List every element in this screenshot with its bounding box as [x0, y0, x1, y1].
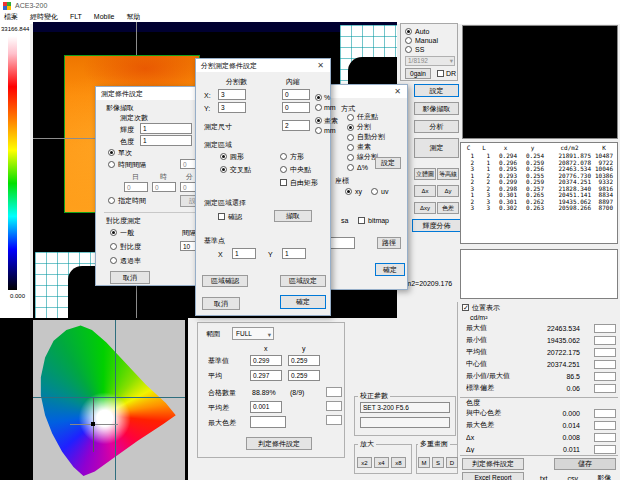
color-diff-button[interactable]: 色差: [437, 202, 459, 214]
square-radio[interactable]: [280, 153, 287, 160]
luminance-count-field[interactable]: 1: [140, 123, 192, 134]
method-radio[interactable]: [347, 154, 354, 161]
position-display-checkbox[interactable]: [462, 304, 469, 311]
dr-checkbox[interactable]: [437, 70, 444, 77]
analyze-button[interactable]: 分析: [414, 120, 459, 133]
judge-condition-button-2[interactable]: 判定條件設定: [246, 437, 312, 450]
transmit-radio[interactable]: [110, 257, 117, 264]
grab-button[interactable]: 擷取: [274, 210, 312, 222]
confirm-checkbox[interactable]: [218, 213, 225, 220]
menu-mobile[interactable]: Mobile: [94, 13, 115, 20]
interval-radio[interactable]: [108, 161, 115, 168]
manual-radio[interactable]: [405, 37, 412, 44]
method-option[interactable]: 任意點: [347, 112, 407, 122]
free-rect-checkbox[interactable]: [280, 179, 287, 186]
method-option[interactable]: 自動分割: [347, 132, 407, 142]
y-inset-field[interactable]: 0: [282, 102, 310, 113]
method-radio[interactable]: [347, 134, 354, 141]
method-radio[interactable]: [347, 124, 354, 131]
settings-button[interactable]: 設定: [414, 84, 459, 97]
menu-help[interactable]: 幫助: [126, 12, 140, 22]
day-field[interactable]: 0: [124, 182, 148, 192]
file-check[interactable]: 影像檔: [587, 473, 612, 480]
judge-condition-button[interactable]: 判定條件設定: [462, 458, 524, 470]
multi-d-button[interactable]: D: [446, 457, 458, 468]
file-check[interactable]: csv檔: [557, 473, 579, 480]
auto-radio[interactable]: [405, 28, 412, 35]
delta-x-button[interactable]: Δx: [414, 185, 436, 197]
circle-radio[interactable]: [220, 153, 227, 160]
luminance-distribution-button[interactable]: 輝度分佈: [412, 219, 461, 232]
table-row[interactable]: 3 3 0.302 0.263 20598.266 8700: [461, 205, 617, 212]
contour-button[interactable]: 等高線: [437, 168, 459, 180]
ref-x-field[interactable]: 1: [232, 248, 256, 259]
measure-button[interactable]: 測定: [414, 138, 459, 158]
multi-m-button[interactable]: M: [418, 457, 430, 468]
shutter-dropdown[interactable]: 1/8192 ▾: [405, 56, 455, 66]
method-option[interactable]: 畫素: [347, 142, 407, 152]
contrast-radio[interactable]: [110, 243, 117, 250]
table-header-cell: y: [519, 143, 546, 153]
mm2-radio[interactable]: [315, 127, 322, 134]
file-check[interactable]: txt檔: [530, 473, 549, 480]
method-radio[interactable]: [347, 114, 354, 121]
dialog-title-bar[interactable]: 分割測定條件設定: [196, 59, 330, 72]
xy-radio[interactable]: [345, 188, 352, 195]
excel-report-button[interactable]: Excel Report: [462, 472, 524, 480]
ref-y-field[interactable]: 1: [282, 248, 306, 259]
ok-button[interactable]: 確定: [280, 295, 326, 309]
delta-xy-button[interactable]: Δxy: [414, 202, 436, 214]
method-radio[interactable]: [347, 144, 354, 151]
x-div-field[interactable]: 3: [218, 89, 246, 100]
uv-radio[interactable]: [371, 188, 378, 195]
zoom-x2-button[interactable]: x2: [357, 457, 372, 468]
range-dropdown[interactable]: FULL ▾: [232, 327, 274, 340]
measurement-table[interactable]: CLxycd/m2K 1 1 0.294 0.254 21891.875 104…: [460, 142, 618, 244]
close-icon[interactable]: ✕: [314, 60, 327, 71]
chroma-count-field[interactable]: 1: [140, 135, 192, 146]
multi-s-button[interactable]: S: [432, 457, 444, 468]
single-radio[interactable]: [108, 149, 115, 156]
close-icon[interactable]: ✕: [391, 86, 404, 97]
mm-radio[interactable]: [315, 104, 322, 111]
method-radio[interactable]: [347, 164, 354, 171]
zoom-x4-button[interactable]: x4: [374, 457, 389, 468]
cross-radio[interactable]: [220, 166, 227, 173]
area-set-button[interactable]: 區域設定: [280, 275, 326, 287]
view-3d-button[interactable]: 立體圖: [414, 168, 436, 180]
method-set-button[interactable]: 設定: [375, 157, 401, 169]
bitmap-checkbox[interactable]: [358, 217, 365, 224]
area-confirm-button[interactable]: 區域確認: [202, 275, 248, 287]
general-radio[interactable]: [110, 229, 117, 236]
ss-radio[interactable]: [405, 46, 412, 53]
menu-file[interactable]: 檔案: [4, 12, 18, 22]
cancel-button[interactable]: 取消: [110, 271, 150, 284]
percent-radio[interactable]: [315, 94, 322, 101]
day-label: 日: [132, 173, 139, 181]
ok-button[interactable]: 確定: [375, 263, 405, 276]
method-option-label: Δ%: [357, 164, 368, 171]
size-field[interactable]: 2: [282, 120, 310, 131]
image-capture-button[interactable]: 影像擷取: [414, 102, 459, 115]
zero-gain-button[interactable]: 0gain: [405, 68, 431, 79]
result-listbox[interactable]: [460, 249, 618, 299]
path-button[interactable]: 路徑: [377, 237, 401, 249]
pixel-radio[interactable]: [315, 117, 322, 124]
cell-y: 0.263: [519, 205, 546, 212]
zoom-x8-button[interactable]: x8: [391, 457, 406, 468]
specified-time-radio[interactable]: [108, 197, 115, 204]
menu-flt[interactable]: FLT: [70, 13, 82, 20]
hour-field[interactable]: 0: [152, 182, 176, 192]
menu-temporal-change[interactable]: 經時變化: [30, 12, 58, 22]
cancel-button[interactable]: 取消: [202, 297, 240, 310]
method-option[interactable]: 分割: [347, 122, 407, 132]
center-radio[interactable]: [280, 166, 287, 173]
camera-image-view[interactable]: [462, 25, 618, 139]
save-button[interactable]: 儲存: [554, 458, 616, 470]
y-value-field: 0.259: [288, 355, 320, 366]
x-inset-field[interactable]: 0: [282, 89, 310, 100]
cie-diagram-panel[interactable]: [0, 318, 188, 480]
file-check-label: 影像檔: [597, 473, 612, 480]
y-div-field[interactable]: 3: [218, 102, 246, 113]
delta-y-button[interactable]: Δy: [437, 185, 459, 197]
